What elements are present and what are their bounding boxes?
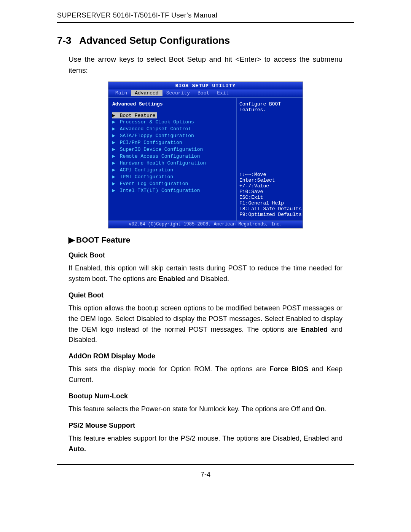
feature-heading: Quiet Boot	[68, 291, 342, 299]
bios-menu-item: ▶ Intel TXT(LT) Configuration	[112, 187, 233, 194]
bios-tab-main: Main	[112, 90, 131, 96]
bios-menu-label: Hardware Health Configuration	[117, 160, 206, 166]
bios-key-hint: ESC:Exit	[239, 195, 300, 200]
bios-menu-item: ▶ SATA/Floppy Configuration	[112, 132, 233, 139]
page-number: 7-4	[57, 471, 354, 479]
bios-menu-label: SuperIO Device Configuration	[117, 147, 203, 152]
bold-option: Force BIOS	[269, 365, 308, 373]
feature-description: This feature enables support for the PS/…	[68, 433, 342, 455]
bios-screenshot: BIOS SETUP UTILITY MainAdvancedSecurityB…	[108, 81, 303, 228]
triangle-icon: ▶	[68, 235, 75, 244]
bios-menu-label: SATA/Floppy Configuration	[117, 133, 194, 139]
bios-menu-item: ▶ SuperIO Device Configuration	[112, 146, 233, 153]
bios-tab-security: Security	[162, 90, 194, 96]
triangle-icon: ▶	[112, 153, 117, 159]
bios-menu-label: Advanced Chipset Control	[117, 126, 191, 132]
bios-menu-item: ▶ ACPI Configuration	[112, 166, 233, 173]
triangle-icon: ▶	[112, 133, 117, 139]
bios-key-hint: ↑↓←→:Move	[239, 172, 300, 177]
bold-option: Enabled	[301, 326, 328, 333]
bios-tab-advanced: Advanced	[131, 90, 162, 96]
bios-menu-label: IPMI Configuration	[117, 174, 173, 180]
bios-menu-label: Processor & Clock Options	[117, 119, 194, 125]
bios-menu-item: ▶ IPMI Configuration	[112, 173, 233, 180]
bios-key-hint: +/-/:Value	[239, 183, 300, 189]
bios-left-heading: Advanced Settings	[112, 101, 233, 107]
feature-description: If Enabled, this option will skip certai…	[68, 263, 342, 284]
bios-key-hint: Enter:Select	[239, 177, 300, 183]
section-title: 7-3 Advanced Setup Configurations	[57, 35, 354, 46]
triangle-icon: ▶	[112, 112, 117, 118]
bios-menu-item: ▶ Hardware Health Configuration	[112, 160, 233, 166]
feature-description: This option allows the bootup screen opt…	[68, 303, 342, 346]
bios-menu-item: ▶ Remote Access Configuration	[112, 153, 233, 160]
bios-menu-label: Event Log Configuration	[117, 181, 188, 187]
bios-footer: v02.64 (C)Copyright 1985-2008, American …	[108, 220, 303, 228]
bios-key-hint: F8:Fail-Safe Defaults	[239, 206, 300, 212]
triangle-icon: ▶	[112, 160, 117, 166]
bios-menu-item: ▶ PCI/PnP Configuration	[112, 139, 233, 146]
feature-description: This sets the display mode for Option RO…	[68, 364, 342, 385]
header-rule	[57, 22, 354, 23]
triangle-icon: ▶	[112, 119, 117, 125]
bios-tab-exit: Exit	[213, 90, 233, 96]
bios-key-legend: ↑↓←→:MoveEnter:Select+/-/:ValueF10:SaveE…	[239, 172, 300, 217]
triangle-icon: ▶	[112, 167, 117, 173]
bios-key-hint: F10:Save	[239, 189, 300, 195]
bios-menu-item: ▶ Boot Feature	[112, 112, 157, 118]
subsection-heading: ▶BOOT Feature	[68, 235, 342, 244]
bios-right-panel: Configure BOOT Features. ↑↓←→:MoveEnter:…	[237, 98, 303, 220]
section-number: 7-3	[57, 35, 72, 46]
triangle-icon: ▶	[112, 146, 117, 152]
bios-key-hint: F1:General Help	[239, 200, 300, 206]
triangle-icon: ▶	[112, 126, 117, 132]
bios-menu-label: Boot Feature	[117, 113, 155, 118]
bios-title: BIOS SETUP UTILITY	[108, 82, 303, 89]
section-name: Advanced Setup Configurations	[79, 35, 230, 46]
bios-menu-label: PCI/PnP Configuration	[117, 140, 182, 145]
feature-description: This feature selects the Power-on state …	[68, 404, 342, 415]
bios-menu-item: ▶ Advanced Chipset Control	[112, 125, 233, 132]
subsection-name: BOOT Feature	[76, 235, 130, 244]
feature-heading: AddOn ROM Display Mode	[68, 352, 342, 360]
bios-menu-label: Intel TXT(LT) Configuration	[117, 188, 200, 193]
bios-menu-label: ACPI Configuration	[117, 167, 173, 173]
bios-menu-item: ▶ Processor & Clock Options	[112, 118, 233, 125]
triangle-icon: ▶	[112, 187, 117, 193]
bios-left-panel: Advanced Settings ▶ Boot Feature▶ Proces…	[108, 98, 237, 220]
bios-menu-label: Remote Access Configuration	[117, 153, 200, 159]
intro-text: Use the arrow keys to select Boot Setup …	[68, 54, 342, 76]
bios-menu-item: ▶ Event Log Configuration	[112, 180, 233, 187]
triangle-icon: ▶	[112, 181, 117, 187]
page-header: SUPERSERVER 5016I-T/5016I-TF User's Manu…	[57, 11, 354, 19]
bios-tab-boot: Boot	[194, 90, 213, 96]
bold-option: On	[315, 405, 325, 413]
feature-heading: Quick Boot	[68, 251, 342, 259]
feature-heading: Bootup Num-Lock	[68, 392, 342, 400]
bold-option: Enabled	[159, 275, 185, 283]
feature-heading: PS/2 Mouse Support	[68, 422, 342, 430]
bold-option: Auto.	[68, 445, 86, 453]
bios-tabs: MainAdvancedSecurityBootExit	[108, 89, 303, 98]
triangle-icon: ▶	[112, 139, 117, 145]
bios-key-hint: F9:Optimized Defaults	[239, 212, 300, 217]
triangle-icon: ▶	[112, 174, 117, 180]
footer-rule	[57, 464, 354, 465]
bios-help-text: Configure BOOT Features.	[239, 101, 300, 113]
